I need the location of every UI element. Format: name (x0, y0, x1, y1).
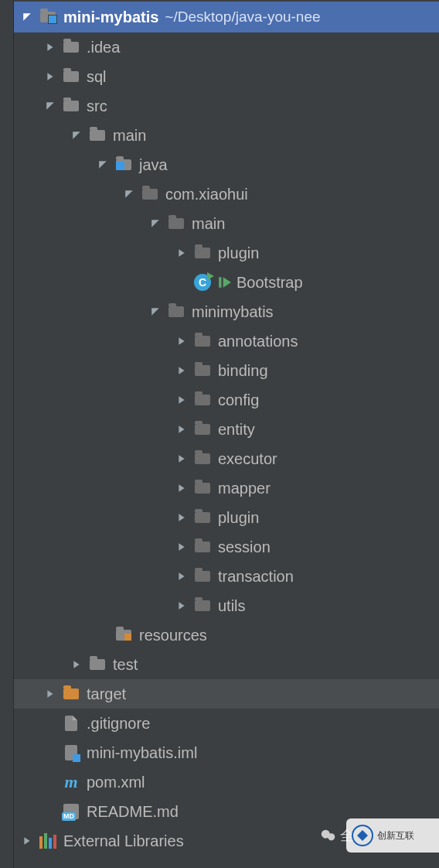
tree-item-iml[interactable]: mini-mybatis.iml (14, 738, 439, 767)
tree-item-idea[interactable]: .idea (14, 32, 439, 62)
tree-item-session[interactable]: session (14, 532, 439, 562)
package-icon (193, 332, 212, 350)
folder-icon (62, 97, 80, 115)
svg-marker-24 (24, 837, 29, 845)
chevron-right-icon (173, 333, 190, 350)
tree-item-java[interactable]: java (14, 150, 439, 179)
tree-item-mapper[interactable]: mapper (14, 473, 439, 503)
svg-marker-17 (179, 484, 184, 492)
source-folder-icon (114, 155, 133, 174)
tree-item-utils[interactable]: utils (14, 591, 439, 620)
package-icon (193, 449, 212, 468)
chevron-right-icon (19, 832, 36, 849)
tree-item-transaction[interactable]: transaction (14, 562, 439, 591)
svg-marker-18 (179, 514, 184, 521)
svg-marker-1 (47, 43, 53, 51)
tree-item-test[interactable]: test (14, 650, 439, 679)
svg-marker-2 (47, 73, 53, 80)
chevron-down-icon (94, 156, 111, 173)
folder-icon (88, 655, 107, 674)
maven-file-icon: m (62, 773, 80, 791)
root-path: ~/Desktop/java-you-nee (165, 9, 320, 26)
tree-item-plugin2[interactable]: plugin (14, 503, 439, 532)
resources-folder-icon (114, 626, 133, 644)
resume-icon (218, 275, 232, 289)
package-icon (193, 508, 212, 527)
chevron-right-icon (173, 480, 190, 497)
svg-marker-14 (179, 396, 184, 404)
chevron-down-icon (147, 215, 164, 232)
folder-icon (88, 126, 107, 145)
wechat-icon (320, 827, 337, 844)
chevron-down-icon (42, 97, 59, 114)
chevron-right-icon (173, 362, 190, 379)
svg-marker-3 (46, 102, 54, 110)
svg-marker-22 (73, 661, 79, 668)
tree-item-resources[interactable]: resources (14, 620, 439, 650)
tree-item-plugin[interactable]: plugin (14, 238, 439, 268)
file-icon (62, 714, 80, 733)
package-icon (193, 538, 212, 556)
chevron-right-icon (173, 568, 190, 585)
tree-item-minimybatis[interactable]: minimybatis (14, 297, 439, 326)
tree-item-package[interactable]: com.xiaohui (14, 179, 439, 209)
tree-item-entity[interactable]: entity (14, 415, 439, 444)
chevron-right-icon (173, 421, 190, 438)
svg-marker-16 (179, 455, 184, 463)
project-tree: mini-mybatis ~/Desktop/java-you-nee .ide… (14, 0, 439, 868)
folder-icon (62, 38, 80, 56)
svg-marker-13 (179, 367, 184, 374)
iml-file-icon (62, 743, 80, 762)
svg-marker-6 (125, 190, 133, 198)
chevron-down-icon (68, 127, 85, 144)
tree-item-pkg-main[interactable]: main (14, 209, 439, 238)
tree-item-gitignore[interactable]: .gitignore (14, 709, 439, 738)
runnable-class-icon: C (193, 273, 212, 292)
tree-item-pom[interactable]: m pom.xml (14, 767, 439, 797)
svg-rect-9 (219, 277, 221, 288)
libraries-icon (39, 832, 57, 850)
chevron-down-icon (19, 9, 36, 26)
left-gutter (0, 0, 14, 868)
tree-item-binding[interactable]: binding (14, 356, 439, 385)
tree-item-main[interactable]: main (14, 121, 439, 150)
svg-marker-5 (99, 161, 107, 169)
chevron-right-icon (42, 39, 59, 56)
svg-marker-4 (73, 132, 80, 139)
package-icon (193, 420, 212, 439)
chevron-right-icon (68, 656, 85, 673)
svg-marker-7 (151, 220, 159, 227)
tree-root-row[interactable]: mini-mybatis ~/Desktop/java-you-nee (14, 2, 439, 32)
package-icon (193, 596, 212, 615)
svg-marker-10 (223, 277, 231, 288)
target-folder-icon (62, 685, 80, 703)
package-icon (141, 185, 159, 203)
tree-item-config[interactable]: config (14, 385, 439, 415)
tree-item-sql[interactable]: sql (14, 62, 439, 91)
watermark: 创新互联 (346, 818, 439, 853)
package-icon (193, 361, 212, 380)
chevron-right-icon (173, 244, 190, 261)
package-icon (193, 391, 212, 409)
tree-item-target[interactable]: target (14, 679, 439, 709)
package-icon (193, 244, 212, 262)
chevron-right-icon (173, 391, 190, 408)
chevron-right-icon (173, 597, 190, 614)
package-icon (193, 567, 212, 586)
watermark-logo-icon (351, 824, 374, 847)
markdown-file-icon: MD (62, 802, 80, 821)
root-name: mini-mybatis (63, 9, 158, 26)
svg-marker-23 (47, 690, 53, 698)
svg-marker-15 (179, 425, 184, 433)
svg-marker-8 (179, 249, 184, 257)
svg-marker-20 (179, 572, 184, 580)
chevron-down-icon (147, 303, 164, 320)
tree-item-src[interactable]: src (14, 91, 439, 121)
tree-item-bootstrap[interactable]: C Bootstrap (14, 268, 439, 297)
tree-item-annotations[interactable]: annotations (14, 326, 439, 356)
svg-marker-11 (151, 308, 159, 316)
tree-item-executor[interactable]: executor (14, 444, 439, 473)
package-icon (193, 479, 212, 497)
svg-marker-19 (179, 543, 184, 551)
folder-icon (62, 67, 80, 86)
